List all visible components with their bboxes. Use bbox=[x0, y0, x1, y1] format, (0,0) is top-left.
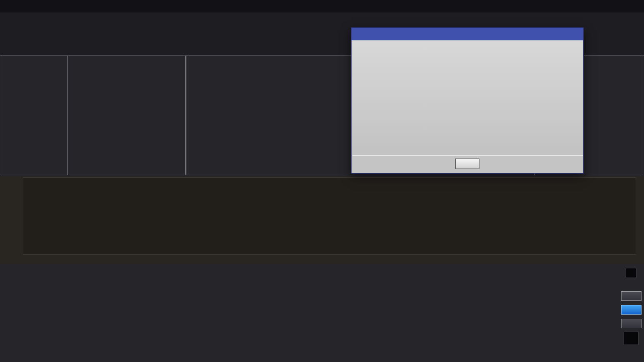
crossover-panel bbox=[69, 56, 186, 175]
dialog-body bbox=[352, 28, 583, 173]
reset-indicator[interactable] bbox=[624, 332, 639, 345]
dialog-title bbox=[352, 28, 583, 40]
app-window bbox=[0, 0, 644, 362]
eq-graph bbox=[0, 176, 644, 264]
ok-button[interactable] bbox=[455, 159, 479, 169]
awave-watermark bbox=[196, 188, 479, 255]
eq-table bbox=[0, 265, 644, 294]
titlebar bbox=[0, 0, 644, 12]
bypass-indicator[interactable] bbox=[626, 268, 637, 278]
titlebar-icons bbox=[620, 0, 640, 12]
eq-fader-bank bbox=[0, 294, 644, 362]
input-setting-dialog bbox=[351, 27, 584, 174]
source-panel bbox=[1, 56, 68, 175]
q-button[interactable] bbox=[621, 319, 642, 328]
db-button[interactable] bbox=[621, 305, 642, 315]
freq-button[interactable] bbox=[621, 291, 642, 301]
